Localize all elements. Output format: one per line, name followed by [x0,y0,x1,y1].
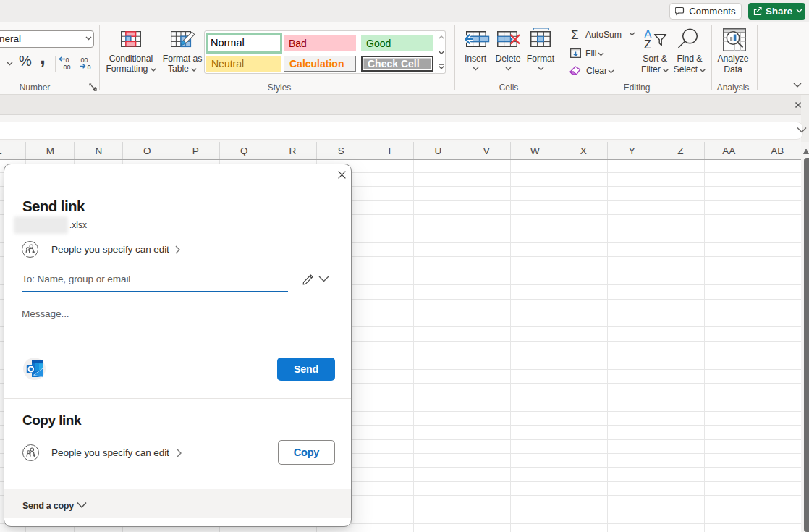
svg-text:Z: Z [644,38,651,49]
svg-text:.00: .00 [62,64,71,70]
svg-text:.00: .00 [79,56,88,64]
svg-text:0: 0 [88,64,91,70]
svg-text:0: 0 [66,56,69,64]
